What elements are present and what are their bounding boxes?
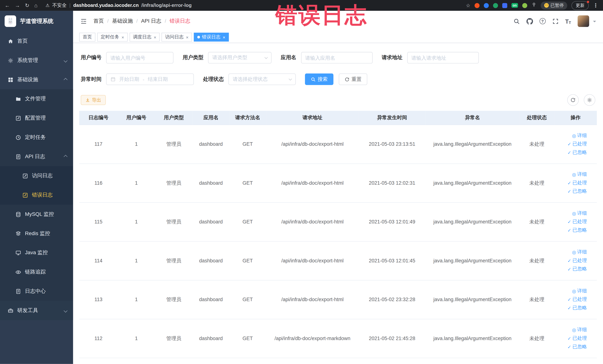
- extension-on-badge[interactable]: on: [511, 3, 518, 8]
- ignored-action[interactable]: ✓已忽略: [568, 266, 587, 272]
- ignored-action[interactable]: ✓已忽略: [568, 149, 587, 156]
- processed-action[interactable]: ✓已处理: [568, 141, 587, 147]
- refresh-table-button[interactable]: [567, 94, 579, 106]
- check-icon: ✓: [568, 150, 571, 155]
- sidebar-item-error-log[interactable]: 错误日志: [0, 186, 73, 205]
- extension-icon-blue[interactable]: [484, 3, 489, 8]
- sidebar-item-label: 配置管理: [25, 115, 46, 121]
- detail-action-label: 详细: [577, 288, 587, 294]
- cell-user-id: 1: [118, 202, 155, 241]
- chevron-up-icon: [64, 78, 68, 82]
- sidebar-item-home[interactable]: 首页: [0, 32, 73, 51]
- cell-app-name: dashboard: [193, 241, 229, 280]
- tab-home[interactable]: 首页: [79, 33, 95, 42]
- exception-time-range-picker[interactable]: 开始日期 - 结束日期: [106, 73, 194, 85]
- request-url-input[interactable]: [407, 52, 479, 63]
- tab-dispatch-log[interactable]: 调度日志×: [129, 33, 160, 42]
- close-icon[interactable]: ×: [186, 35, 188, 39]
- extensions-pin-icon[interactable]: [531, 2, 536, 8]
- back-icon[interactable]: ←: [5, 2, 10, 8]
- cell-actions: ◎详细 ✓已处理 ✓已忽略: [554, 125, 597, 164]
- app-name-input[interactable]: [301, 52, 372, 63]
- sidebar-item-system-management[interactable]: 系统管理: [0, 51, 73, 70]
- paused-badge[interactable]: 已暂停: [541, 1, 567, 10]
- search-icon[interactable]: [513, 18, 520, 24]
- processed-action[interactable]: ✓已处理: [568, 296, 587, 303]
- sidebar-item-link-tracing[interactable]: 链路追踪: [0, 262, 73, 282]
- breadcrumb-api-log[interactable]: API 日志: [141, 18, 161, 24]
- security-label: 不安全: [52, 2, 67, 9]
- tab-label: 定时任务: [101, 34, 119, 40]
- search-button[interactable]: 搜索: [305, 73, 334, 85]
- check-icon: ✓: [568, 267, 571, 271]
- user-id-input[interactable]: [106, 52, 174, 63]
- end-date-placeholder: 结束日期: [148, 76, 168, 83]
- sidebar-item-java-monitor[interactable]: Java 监控: [0, 243, 73, 262]
- process-status-select[interactable]: 请选择处理状态: [228, 73, 296, 85]
- extension-icon-blue-square[interactable]: [502, 3, 507, 8]
- close-icon[interactable]: ×: [223, 35, 225, 39]
- close-icon[interactable]: ×: [154, 35, 156, 39]
- reset-button[interactable]: 重置: [339, 73, 367, 85]
- sidebar-item-scheduled-tasks[interactable]: 定时任务: [0, 128, 73, 147]
- extension-icon-orange[interactable]: [475, 3, 480, 8]
- breadcrumb-infrastructure[interactable]: 基础设施: [112, 18, 133, 24]
- processed-action[interactable]: ✓已处理: [568, 180, 587, 186]
- detail-action[interactable]: ◎详细: [572, 327, 587, 333]
- sidebar-fold-icon[interactable]: [80, 17, 87, 25]
- table-row: 116 1 管理员 dashboard GET /api/infra/db-do…: [79, 164, 597, 202]
- breadcrumb-home[interactable]: 首页: [93, 18, 104, 24]
- avatar[interactable]: [578, 15, 589, 27]
- ignored-action[interactable]: ✓已忽略: [568, 305, 587, 311]
- ignored-action[interactable]: ✓已忽略: [568, 227, 587, 234]
- sidebar-item-file-management[interactable]: 文件管理: [0, 89, 73, 108]
- processed-action-label: 已处理: [572, 335, 587, 341]
- extension-icon-green[interactable]: [493, 3, 498, 8]
- export-button[interactable]: 导出: [81, 95, 106, 105]
- detail-action[interactable]: ◎详细: [572, 132, 587, 139]
- extension-icon-light-green[interactable]: [522, 3, 527, 8]
- sidebar-item-config-management[interactable]: 配置管理: [0, 108, 73, 128]
- fullscreen-icon[interactable]: [552, 18, 559, 24]
- sidebar-item-access-log[interactable]: 访问日志: [0, 166, 73, 186]
- cell-actions: ◎详细 ✓已处理 ✓已忽略: [554, 241, 597, 280]
- cell-exception-name: java.lang.IllegalArgumentException: [425, 241, 520, 280]
- github-icon[interactable]: [526, 18, 533, 24]
- home-icon[interactable]: ⌂: [34, 2, 37, 8]
- address-bar[interactable]: ⚠ 不安全 | dashboard.yudao.iocoder.cn/infra…: [46, 2, 192, 9]
- sidebar-item-redis-monitor[interactable]: Redis 监控: [0, 224, 73, 243]
- sidebar-item-api-log[interactable]: API 日志: [0, 147, 73, 166]
- app-logo[interactable]: 芋道管理系统: [0, 11, 73, 32]
- sidebar-item-dev-tools[interactable]: 研发工具: [0, 301, 73, 320]
- detail-action[interactable]: ◎详细: [572, 249, 587, 255]
- help-icon[interactable]: ?: [539, 18, 545, 24]
- sidebar-item-mysql-monitor[interactable]: MySQL 监控: [0, 205, 73, 224]
- forward-icon[interactable]: →: [15, 2, 20, 8]
- edit-document-icon: [22, 192, 28, 198]
- tab-error-log[interactable]: 错误日志×: [194, 33, 229, 42]
- sidebar-item-log-center[interactable]: 日志中心: [0, 282, 73, 301]
- sidebar-item-infrastructure[interactable]: 基础设施: [0, 70, 73, 89]
- tab-access-log[interactable]: 访问日志×: [162, 33, 192, 42]
- bookmark-star-icon[interactable]: ☆: [466, 2, 470, 8]
- update-button[interactable]: 更新: [571, 1, 589, 10]
- processed-action[interactable]: ✓已处理: [568, 257, 587, 264]
- user-type-select[interactable]: 请选择用户类型: [208, 52, 271, 63]
- reload-icon[interactable]: ↻: [25, 2, 29, 8]
- ignored-action[interactable]: ✓已忽略: [568, 188, 587, 195]
- tab-scheduled-tasks[interactable]: 定时任务×: [97, 33, 128, 42]
- detail-action[interactable]: ◎详细: [572, 210, 587, 217]
- browser-menu-icon[interactable]: ⋮: [593, 2, 598, 8]
- avatar-caret-icon[interactable]: [593, 21, 596, 24]
- close-icon[interactable]: ×: [122, 35, 124, 39]
- font-size-icon[interactable]: TT: [565, 18, 571, 24]
- user-type-label: 用户类型: [183, 54, 203, 61]
- detail-action[interactable]: ◎详细: [572, 171, 587, 178]
- column-settings-button[interactable]: [584, 94, 595, 106]
- check-icon: ✓: [568, 181, 571, 185]
- processed-action[interactable]: ✓已处理: [568, 335, 587, 341]
- breadcrumb: 首页 / 基础设施 / API 日志 / 错误日志: [93, 18, 190, 24]
- processed-action[interactable]: ✓已处理: [568, 218, 587, 225]
- ignored-action[interactable]: ✓已忽略: [568, 344, 587, 350]
- detail-action[interactable]: ◎详细: [572, 288, 587, 294]
